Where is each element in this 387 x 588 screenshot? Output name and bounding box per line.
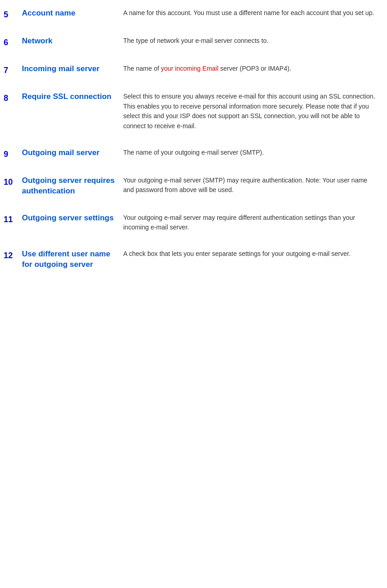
- entry-row: 5Account nameA name for this account. Yo…: [0, 0, 387, 28]
- entry-title: Outgoing server requires authentication: [22, 176, 115, 195]
- entry-term: Network: [14, 36, 123, 47]
- entry-description: The type of network your e-mail server c…: [123, 36, 387, 46]
- entry-description: The name of your outgoing e-mail server …: [123, 148, 387, 158]
- entry-title: Use different user name for outgoing ser…: [22, 250, 110, 269]
- entry-row: 9Outgoing mail serverThe name of your ou…: [0, 140, 387, 167]
- entry-number: 6: [0, 36, 14, 47]
- entry-term: Outgoing mail server: [14, 148, 123, 158]
- entry-row: 11Outgoing server settingsYour outgoing …: [0, 205, 387, 241]
- entry-term: Use different user name for outgoing ser…: [14, 249, 123, 270]
- entry-term: Incoming mail server: [14, 64, 123, 74]
- entry-number: 8: [0, 92, 14, 103]
- page-container: 5Account nameA name for this account. Yo…: [0, 0, 387, 278]
- entry-description: Select this to ensure you always receive…: [123, 92, 387, 131]
- entry-number: 11: [0, 213, 14, 224]
- entries-list: 5Account nameA name for this account. Yo…: [0, 0, 387, 278]
- entry-row: 6NetworkThe type of network your e-mail …: [0, 28, 387, 56]
- highlighted-text: your incoming Email: [161, 65, 219, 72]
- entry-row: 10Outgoing server requires authenticatio…: [0, 167, 387, 205]
- entry-row: 12Use different user name for outgoing s…: [0, 241, 387, 278]
- entry-number: 10: [0, 176, 14, 187]
- entry-term: Outgoing server requires authentication: [14, 176, 123, 197]
- entry-title: Network: [22, 36, 52, 45]
- entry-description: A name for this account. You must use a …: [123, 8, 387, 18]
- entry-number: 5: [0, 8, 14, 20]
- entry-row: 7Incoming mail serverThe name of your in…: [0, 56, 387, 83]
- entry-title: Account name: [22, 9, 75, 17]
- entry-description: Your outgoing e-mail server (SMTP) may r…: [123, 176, 387, 195]
- entry-description: A check box that lets you enter separate…: [123, 249, 387, 259]
- entry-title: Outgoing mail server: [22, 148, 99, 157]
- entry-term: Outgoing server settings: [14, 213, 123, 224]
- entry-number: 9: [0, 148, 14, 159]
- entry-number: 12: [0, 249, 14, 260]
- entry-number: 7: [0, 64, 14, 75]
- entry-term: Account name: [14, 8, 123, 19]
- entry-title: Incoming mail server: [22, 64, 99, 73]
- entry-title: Require SSL connection: [22, 92, 111, 101]
- entry-term: Require SSL connection: [14, 92, 123, 102]
- entry-description: The name of your incoming Email server (…: [123, 64, 387, 74]
- entry-row: 8Require SSL connectionSelect this to en…: [0, 83, 387, 140]
- entry-description: Your outgoing e-mail server may require …: [123, 213, 387, 233]
- entry-title: Outgoing server settings: [22, 213, 114, 222]
